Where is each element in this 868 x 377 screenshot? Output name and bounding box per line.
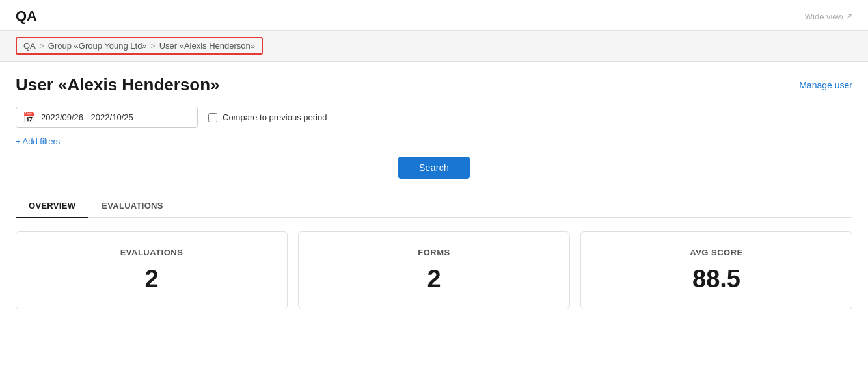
calendar-icon: 📅 <box>23 111 36 124</box>
app-title: QA <box>16 8 37 25</box>
breadcrumb-group[interactable]: Group «Group Young Ltd» <box>48 41 147 51</box>
stat-value-evaluations: 2 <box>144 265 158 293</box>
filter-row: 📅 Compare to previous period <box>16 107 852 128</box>
breadcrumb: QA > Group «Group Young Ltd» > User «Ale… <box>16 37 263 55</box>
breadcrumb-user[interactable]: User «Alexis Henderson» <box>159 41 255 51</box>
add-filters-link[interactable]: + Add filters <box>16 136 60 146</box>
search-center: Search <box>16 157 852 179</box>
stat-label-avg-score: AVG SCORE <box>690 248 743 257</box>
breadcrumb-sep-1: > <box>40 42 44 51</box>
stats-row: EVALUATIONS 2 FORMS 2 AVG SCORE 88.5 <box>16 231 852 309</box>
stat-card-evaluations: EVALUATIONS 2 <box>16 231 288 309</box>
compare-period-label: Compare to previous period <box>223 112 327 122</box>
wide-view-label: Wide view <box>805 12 843 21</box>
stat-value-forms: 2 <box>427 265 441 293</box>
compare-period-checkbox[interactable] <box>208 113 217 122</box>
top-bar: QA Wide view ↗ <box>0 0 868 30</box>
stat-card-avg-score: AVG SCORE 88.5 <box>580 231 852 309</box>
tabs-row: OVERVIEW EVALUATIONS <box>16 194 852 218</box>
date-range-input[interactable] <box>41 112 158 122</box>
breadcrumb-sep-2: > <box>151 42 156 51</box>
stat-label-forms: FORMS <box>418 248 450 257</box>
tab-overview[interactable]: OVERVIEW <box>16 194 88 218</box>
stat-value-avg-score: 88.5 <box>692 265 740 293</box>
breadcrumb-bar: QA > Group «Group Young Ltd» > User «Ale… <box>0 30 868 62</box>
tab-evaluations[interactable]: EVALUATIONS <box>88 194 176 218</box>
stat-card-forms: FORMS 2 <box>298 231 570 309</box>
date-range-wrapper[interactable]: 📅 <box>16 107 198 128</box>
wide-view-button[interactable]: Wide view ↗ <box>805 12 852 21</box>
search-button[interactable]: Search <box>398 157 470 179</box>
breadcrumb-qa[interactable]: QA <box>23 41 36 51</box>
compare-period-wrapper: Compare to previous period <box>208 112 327 122</box>
main-content: User «Alexis Henderson» Manage user 📅 Co… <box>0 62 868 322</box>
page-header: User «Alexis Henderson» Manage user <box>16 75 852 95</box>
page-title: User «Alexis Henderson» <box>16 75 220 95</box>
stat-label-evaluations: EVALUATIONS <box>120 248 183 257</box>
expand-icon: ↗ <box>846 12 852 21</box>
manage-user-link[interactable]: Manage user <box>799 80 852 90</box>
